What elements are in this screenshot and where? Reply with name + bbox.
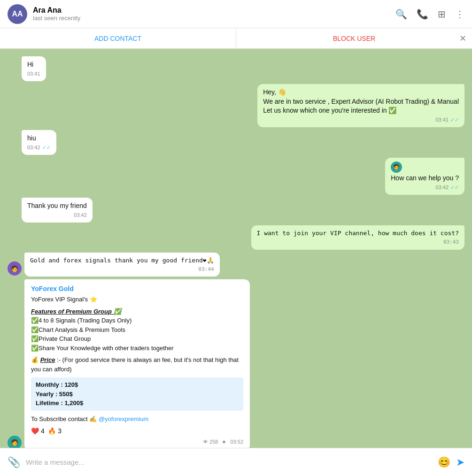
message-bubble: hiu 03:42 ✓✓: [22, 130, 56, 155]
send-button[interactable]: ➤: [456, 456, 464, 468]
message-row: 🧑 How can we help you ? 03:42 ✓✓: [8, 158, 464, 195]
header-icons: 🔍 📞 ⊞ ⋮: [395, 8, 464, 20]
chat-area: Hi 03:41 Hey, 👋We are in two service , E…: [0, 49, 472, 448]
phone-icon[interactable]: 📞: [417, 8, 428, 20]
add-contact-button[interactable]: ADD CONTACT: [0, 29, 236, 48]
close-button[interactable]: ✕: [459, 33, 466, 44]
message-row: hiu 03:42 ✓✓: [8, 130, 464, 155]
channel-message-bubble: YoForex Gold YoForex VIP Signal's ⭐ Feat…: [24, 279, 250, 448]
channel-feature-item: ✅Private Chat Group: [31, 334, 243, 344]
channel-fwd: ★: [222, 438, 226, 446]
message-bubble: Gold and forex signals thank you my good…: [24, 253, 220, 277]
attach-icon[interactable]: 📎: [8, 456, 20, 468]
message-bubble: Hey, 👋We are in two service , Expert Adv…: [257, 84, 464, 127]
channel-contact: To Subscribe contact ✍️ @yoforexpremium: [31, 415, 243, 424]
message-row: Hey, 👋We are in two service , Expert Adv…: [8, 84, 464, 127]
contact-avatar: AA: [8, 4, 27, 24]
more-icon[interactable]: ⋮: [455, 8, 464, 20]
message-bubble: I want to join your VIP channel, how muc…: [251, 225, 464, 250]
contact-status: last seen recently: [33, 15, 395, 22]
message-bubble: Thank you my friend 03:42: [22, 198, 93, 223]
header-info: Ara Ana last seen recently: [33, 6, 395, 22]
channel-footer: 👁258 ★ 03:52: [31, 438, 243, 446]
channel-views: 👁258: [203, 438, 218, 446]
channel-price-label: 💰 Price :- (For good service there is al…: [31, 355, 243, 374]
channel-feature-item: ✅Chart Analysis & Premium Tools: [31, 325, 243, 335]
sender-avatar: 🧑: [391, 161, 402, 173]
channel-features-title: Features of Premium Group ✅: [31, 307, 243, 316]
channel-link[interactable]: @yoforexpremium: [99, 415, 148, 422]
chat-header: AA Ara Ana last seen recently 🔍 📞 ⊞ ⋮: [0, 0, 472, 28]
channel-time: 03:52: [230, 438, 243, 446]
message-input-area: 📎 😊 ➤: [0, 448, 472, 476]
sender-avatar: 🧑: [8, 436, 22, 448]
channel-subname: YoForex VIP Signal's ⭐: [31, 295, 243, 304]
message-row: 🧑 YoForex Gold YoForex VIP Signal's ⭐ Fe…: [8, 279, 464, 448]
layout-icon[interactable]: ⊞: [438, 8, 446, 20]
channel-feature-item: ✅Share Your Knowledge with other traders…: [31, 344, 243, 353]
message-input[interactable]: [26, 458, 432, 466]
contact-name: Ara Ana: [33, 6, 395, 15]
messages-list: Hi 03:41 Hey, 👋We are in two service , E…: [8, 56, 464, 448]
channel-feature-item: ✅4 to 8 Signals (Trading Days Only): [31, 316, 243, 325]
message-row: 🧑 Gold and forex signals thank you my go…: [8, 253, 464, 277]
message-row: Hi 03:41: [8, 56, 464, 81]
channel-pricing: Monthly : 120$Yearly : 550$Lifetime : 1,…: [31, 377, 243, 411]
block-user-button[interactable]: BLOCK USER: [236, 29, 472, 48]
message-row: I want to join your VIP channel, how muc…: [8, 225, 464, 250]
emoji-icon[interactable]: 😊: [438, 456, 450, 468]
sender-avatar: 🧑: [8, 261, 22, 276]
message-bubble: 🧑 How can we help you ? 03:42 ✓✓: [385, 158, 464, 195]
search-icon[interactable]: 🔍: [395, 8, 407, 20]
channel-reactions: ❤️ 4 🔥 3: [31, 426, 243, 436]
action-bar: ADD CONTACT BLOCK USER ✕: [0, 28, 472, 49]
message-row: Thank you my friend 03:42: [8, 198, 464, 223]
message-bubble: Hi 03:41: [22, 56, 46, 81]
channel-name: YoForex Gold: [31, 284, 243, 294]
